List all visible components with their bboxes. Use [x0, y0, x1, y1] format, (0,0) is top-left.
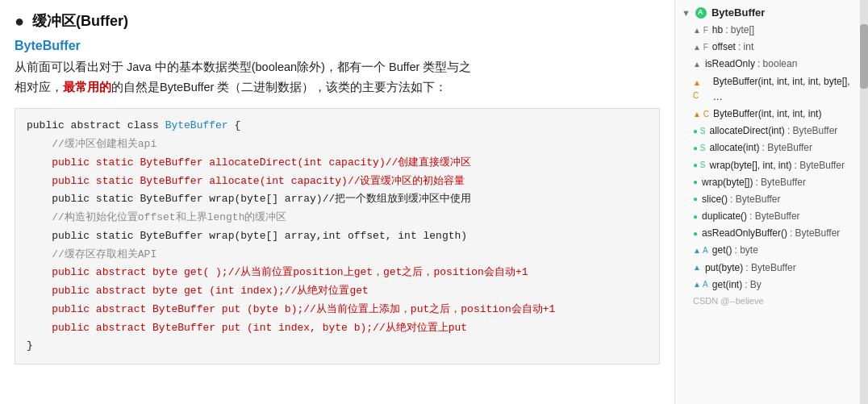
tree-arrow-1: ▲ F — [693, 24, 708, 37]
tree-arrow-5: ▲ C — [693, 108, 709, 121]
tree-item-offset: ▲ F offset : int — [675, 39, 868, 56]
tree-arrow-6: ● S — [693, 125, 706, 138]
tree-arrow-10: ● — [693, 193, 698, 206]
tree-item-constructor2: ▲ C ByteBuffer(int, int, int, int) — [675, 106, 868, 123]
tree-arrow-11: ● — [693, 210, 698, 223]
code-comment-1: //缓冲区创建相关api — [27, 138, 156, 150]
code-line-2: public static ByteBuffer allocateDirect(… — [52, 156, 471, 169]
tree-item-allocate: ● S allocate(int) : ByteBuffer — [675, 140, 868, 156]
right-panel-class-name: ByteBuffer — [712, 6, 765, 19]
code-block: public abstract class ByteBuffer { //缓冲区… — [15, 108, 660, 364]
tree-item-wrap1: ● S wrap(byte[], int, int) : ByteBuffer — [675, 157, 868, 174]
tree-arrow-3: ▲ — [693, 58, 701, 71]
code-line-5: public abstract byte get (int index);//从… — [52, 285, 369, 297]
tree-item-getint: ▲ A get(int) : By — [675, 277, 868, 294]
desc-line1: 从前面可以看出对于 Java 中的基本数据类型(boolean除外)，都有一个 … — [15, 60, 471, 73]
tree-item-hb: ▲ F hb : byte[] — [675, 22, 868, 39]
tree-arrow-12: ● — [693, 227, 698, 240]
scrollbar[interactable] — [860, 0, 868, 404]
tree-item-constructor1: ▲ C ByteBuffer(int, int, int, int, byte[… — [675, 73, 868, 106]
tree-arrow-2: ▲ F — [693, 41, 708, 54]
tree-item-put: ▲ put(byte) : ByteBuffer — [675, 260, 868, 277]
desc-line3: 的自然是ByteBuffer 类（二进制数据），该类的主要方法如下： — [111, 81, 447, 94]
tree-item-wrap2: ● wrap(byte[]) : ByteBuffer — [675, 174, 868, 191]
tree-item-duplicate: ● duplicate() : ByteBuffer — [675, 208, 868, 225]
tree-collapse-icon: ▼ — [682, 8, 691, 18]
right-panel-title: ▼ ByteBuffer — [675, 5, 868, 22]
left-content: ● 缓冲区(Buffer) ByteBuffer 从前面可以看出对于 Java … — [0, 0, 674, 404]
bullet-icon: ● — [15, 12, 24, 31]
tree-arrow-7: ● S — [693, 142, 706, 155]
tree-arrow-14: ▲ — [693, 261, 701, 274]
watermark-text: CSDN @--believe — [693, 294, 764, 309]
code-line-6: public abstract ByteBuffer put (byte b);… — [52, 303, 555, 315]
bytebuffer-heading: ByteBuffer — [15, 39, 660, 53]
description-text: 从前面可以看出对于 Java 中的基本数据类型(boolean除外)，都有一个 … — [15, 57, 660, 97]
tree-arrow-4: ▲ C — [693, 77, 709, 102]
tree-arrow-13: ▲ A — [693, 244, 708, 257]
tree-item-asreadonlybuffer: ● asReadOnlyBuffer() : ByteBuffer — [675, 225, 868, 242]
right-sidebar: ▼ ByteBuffer ▲ F hb : byte[] ▲ F offset … — [674, 0, 868, 404]
code-classname: ByteBuffer — [165, 119, 228, 131]
tree-arrow-9: ● — [693, 176, 698, 189]
section-title: ● 缓冲区(Buffer) — [15, 11, 660, 31]
code-comment-2: //构造初始化位置offset和上界length的缓冲区 — [27, 211, 286, 223]
tree-item-slice: ● slice() : ByteBuffer — [675, 191, 868, 208]
tree-item-isreadonly: ▲ isReadOnly : boolean — [675, 56, 868, 73]
code-line-7: public abstract ByteBuffer put (int inde… — [52, 322, 467, 334]
tree-item-get: ▲ A get() : byte — [675, 242, 868, 259]
tree-item-allocatedirect: ● S allocateDirect(int) : ByteBuffer — [675, 123, 868, 140]
scrollbar-thumb[interactable] — [860, 24, 868, 89]
code-comment-3: //缓存区存取相关API — [27, 248, 156, 260]
code-line-4: public abstract byte get( );//从当前位置posit… — [52, 266, 528, 278]
class-icon — [695, 7, 707, 19]
highlight-text: 最常用的 — [63, 81, 111, 94]
desc-line2: 相对应， — [15, 81, 63, 94]
main-container: ● 缓冲区(Buffer) ByteBuffer 从前面可以看出对于 Java … — [0, 0, 868, 404]
buffer-title: 缓冲区(Buffer) — [32, 11, 128, 31]
tree-arrow-15: ▲ A — [693, 278, 708, 291]
tree-item-watermark: CSDN @--believe — [675, 294, 868, 310]
tree-arrow-8: ● S — [693, 159, 706, 172]
code-line-1: public abstract class — [27, 119, 165, 131]
code-line-3: public static ByteBuffer allocate(int ca… — [52, 175, 465, 187]
